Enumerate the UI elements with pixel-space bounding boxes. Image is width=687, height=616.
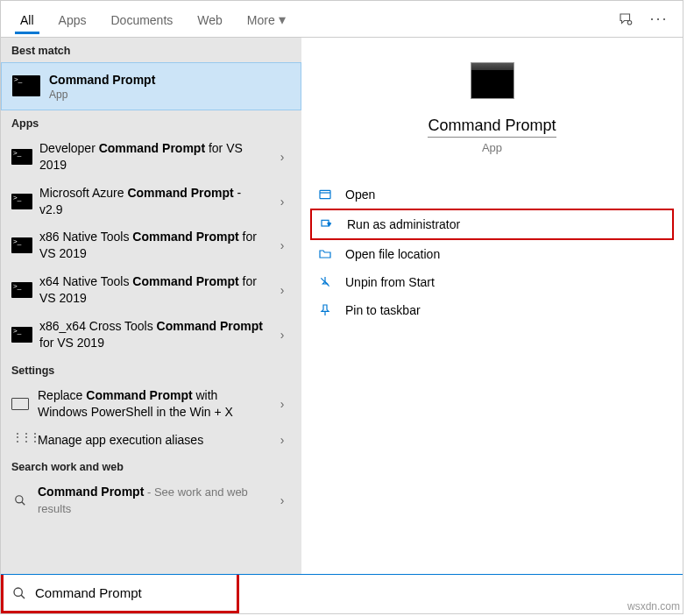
command-prompt-icon bbox=[11, 194, 32, 209]
section-settings: Settings bbox=[1, 358, 301, 382]
preview-subtitle: App bbox=[482, 141, 502, 154]
chevron-right-icon[interactable]: › bbox=[270, 328, 294, 342]
pin-icon bbox=[317, 303, 333, 317]
tab-web[interactable]: Web bbox=[185, 4, 235, 34]
open-icon bbox=[317, 188, 333, 202]
svg-point-1 bbox=[16, 496, 23, 503]
action-label: Run as administrator bbox=[347, 217, 460, 231]
tab-documents[interactable]: Documents bbox=[98, 4, 185, 34]
action-pin-to-taskbar[interactable]: Pin to taskbar bbox=[310, 296, 674, 324]
result-title: x86 Native Tools Command Prompt for VS 2… bbox=[39, 229, 270, 262]
folder-icon bbox=[317, 247, 333, 261]
result-title: x64 Native Tools Command Prompt for VS 2… bbox=[39, 273, 270, 307]
result-title: Microsoft Azure Command Prompt - v2.9 bbox=[39, 185, 270, 218]
admin-shield-icon bbox=[319, 217, 335, 231]
result-app-item[interactable]: x64 Native Tools Command Prompt for VS 2… bbox=[1, 268, 301, 313]
result-title: x86_x64 Cross Tools Command Prompt for V… bbox=[39, 318, 270, 351]
search-scope-tabs: All Apps Documents Web More ▾ ··· bbox=[1, 1, 683, 38]
ellipsis-icon: ··· bbox=[649, 10, 668, 28]
chevron-right-icon[interactable]: › bbox=[270, 195, 294, 209]
result-title: Manage app execution aliases bbox=[38, 432, 270, 449]
chevron-down-icon: ▾ bbox=[279, 12, 286, 27]
svg-point-0 bbox=[627, 20, 632, 25]
action-unpin-from-start[interactable]: Unpin from Start bbox=[310, 268, 674, 296]
result-setting-item[interactable]: Replace Command Prompt with Windows Powe… bbox=[1, 382, 301, 427]
tab-more[interactable]: More ▾ bbox=[235, 3, 298, 35]
action-run-as-administrator[interactable]: Run as administrator bbox=[310, 209, 674, 240]
command-prompt-icon bbox=[11, 237, 32, 253]
result-setting-item[interactable]: Manage app execution aliases › bbox=[1, 427, 301, 455]
aliases-icon bbox=[12, 434, 28, 446]
start-search-window: All Apps Documents Web More ▾ ··· Best m… bbox=[0, 0, 683, 614]
result-title: Command Prompt bbox=[49, 72, 290, 89]
svg-line-6 bbox=[21, 595, 25, 598]
svg-line-2 bbox=[22, 502, 25, 506]
result-app-item[interactable]: Microsoft Azure Command Prompt - v2.9 › bbox=[1, 180, 301, 224]
preview-title: Command Prompt bbox=[428, 117, 556, 138]
action-label: Open file location bbox=[345, 247, 440, 261]
search-icon bbox=[12, 586, 26, 600]
chevron-right-icon[interactable]: › bbox=[270, 397, 294, 411]
result-subtitle: App bbox=[49, 89, 290, 101]
result-title: Command Prompt - See work and web result… bbox=[38, 484, 270, 517]
result-app-item[interactable]: x86 Native Tools Command Prompt for VS 2… bbox=[1, 223, 301, 268]
action-open[interactable]: Open bbox=[310, 181, 674, 209]
action-label: Pin to taskbar bbox=[345, 303, 421, 317]
command-prompt-icon bbox=[11, 282, 32, 298]
search-bar bbox=[1, 574, 683, 613]
svg-rect-3 bbox=[320, 190, 330, 198]
chevron-right-icon[interactable]: › bbox=[270, 283, 294, 297]
result-title: Developer Command Prompt for VS 2019 bbox=[39, 140, 270, 173]
chevron-right-icon[interactable]: › bbox=[270, 238, 294, 252]
chevron-right-icon[interactable]: › bbox=[270, 150, 294, 164]
search-input-container[interactable] bbox=[1, 575, 239, 613]
monitor-icon bbox=[11, 398, 29, 410]
command-prompt-large-icon bbox=[471, 62, 514, 99]
result-best-match[interactable]: Command Prompt App bbox=[1, 62, 301, 110]
search-input[interactable] bbox=[35, 585, 228, 600]
action-label: Unpin from Start bbox=[345, 275, 435, 289]
command-prompt-icon bbox=[11, 327, 32, 343]
watermark: wsxdn.com bbox=[627, 600, 680, 612]
results-panel: Best match Command Prompt App Apps Devel… bbox=[1, 38, 301, 574]
section-apps: Apps bbox=[1, 110, 301, 135]
result-app-item[interactable]: Developer Command Prompt for VS 2019 › bbox=[1, 135, 301, 180]
unpin-icon bbox=[317, 275, 333, 289]
preview-actions: Open Run as administrator Open file loca… bbox=[301, 154, 683, 324]
chevron-right-icon[interactable]: › bbox=[270, 493, 294, 507]
section-work-web: Search work and web bbox=[1, 454, 301, 478]
feedback-icon[interactable] bbox=[609, 3, 642, 36]
tab-all[interactable]: All bbox=[8, 4, 46, 34]
chevron-right-icon[interactable]: › bbox=[270, 433, 294, 447]
result-app-item[interactable]: x86_x64 Cross Tools Command Prompt for V… bbox=[1, 313, 301, 358]
result-title: Replace Command Prompt with Windows Powe… bbox=[38, 387, 270, 421]
action-label: Open bbox=[345, 188, 375, 202]
command-prompt-icon bbox=[11, 149, 32, 165]
search-icon bbox=[12, 492, 28, 508]
options-icon[interactable]: ··· bbox=[642, 3, 676, 36]
preview-panel: Command Prompt App Open Run as administr… bbox=[301, 38, 683, 574]
action-open-file-location[interactable]: Open file location bbox=[310, 240, 674, 268]
svg-point-5 bbox=[14, 588, 22, 596]
tab-apps[interactable]: Apps bbox=[46, 4, 99, 34]
command-prompt-icon bbox=[12, 75, 40, 96]
result-web-item[interactable]: Command Prompt - See work and web result… bbox=[1, 478, 301, 523]
section-best-match: Best match bbox=[1, 38, 301, 62]
